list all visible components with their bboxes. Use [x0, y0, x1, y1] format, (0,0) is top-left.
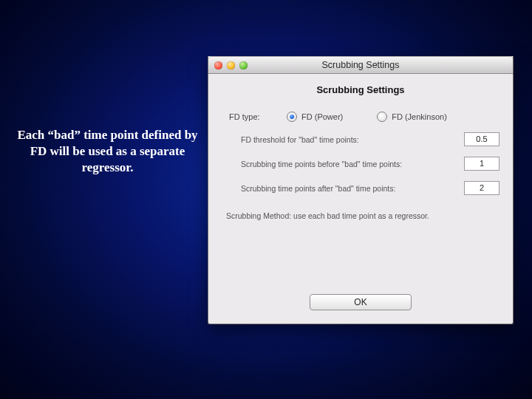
- fd-threshold-input[interactable]: 0.5: [464, 132, 499, 146]
- window-body: Scrubbing Settings FD type: FD (Power) F…: [208, 74, 513, 324]
- scrub-before-label: Scrubbing time points before "bad" time …: [241, 160, 464, 168]
- window-title: Scrubbing Settings: [208, 60, 513, 70]
- scrub-after-label: Scrubbing time points after "bad" time p…: [241, 184, 464, 193]
- scrub-after-input[interactable]: 2: [464, 181, 499, 195]
- traffic-lights: [214, 61, 248, 69]
- fd-type-row: FD type: FD (Power) FD (Jenkinson): [229, 112, 513, 122]
- slide-background: Each “bad” time point defined by FD will…: [0, 0, 532, 399]
- fd-threshold-label: FD threshold for "bad" time points:: [241, 135, 464, 144]
- slide-caption: Each “bad” time point defined by FD will…: [13, 127, 202, 176]
- radio-icon: [377, 112, 387, 122]
- radio-icon: [287, 112, 297, 122]
- fd-type-label: FD type:: [229, 112, 287, 121]
- dialog-window: Scrubbing Settings Scrubbing Settings FD…: [208, 56, 514, 324]
- scrub-method-note: Scrubbing Method: use each bad time poin…: [226, 211, 499, 220]
- scrub-before-input[interactable]: 1: [464, 157, 499, 171]
- ok-button[interactable]: OK: [310, 294, 412, 310]
- dialog-heading: Scrubbing Settings: [208, 84, 513, 95]
- fd-threshold-row: FD threshold for "bad" time points: 0.5: [241, 132, 499, 146]
- radio-fd-jenkinson[interactable]: FD (Jenkinson): [377, 112, 447, 122]
- scrub-before-row: Scrubbing time points before "bad" time …: [241, 157, 499, 171]
- dialog-actions: OK: [208, 294, 513, 310]
- scrub-after-row: Scrubbing time points after "bad" time p…: [241, 181, 499, 195]
- zoom-icon[interactable]: [239, 61, 248, 69]
- minimize-icon[interactable]: [227, 61, 235, 69]
- radio-label: FD (Power): [301, 112, 343, 121]
- fd-type-radio-group: FD (Power) FD (Jenkinson): [287, 112, 447, 122]
- close-icon[interactable]: [214, 61, 222, 69]
- radio-label: FD (Jenkinson): [392, 112, 447, 121]
- titlebar[interactable]: Scrubbing Settings: [208, 56, 513, 74]
- radio-fd-power[interactable]: FD (Power): [287, 112, 343, 122]
